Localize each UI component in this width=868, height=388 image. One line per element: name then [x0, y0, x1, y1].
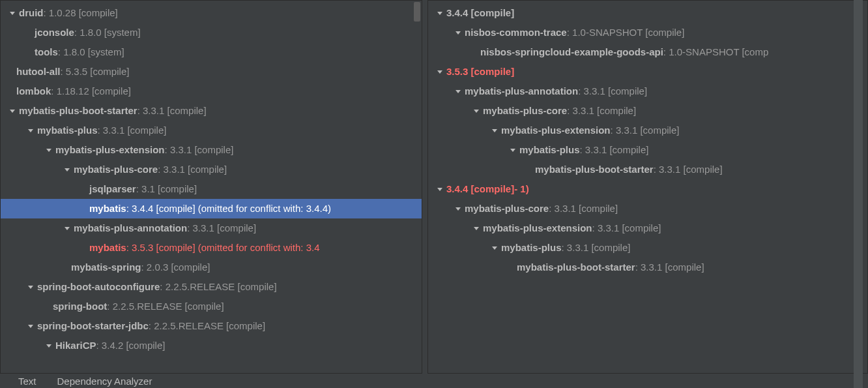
tree-row[interactable]: mybatis : 3.4.4 [compile] (omitted for c…	[1, 199, 422, 218]
tree-row[interactable]: mybatis-plus-boot-starter : 3.3.1 [compi…	[428, 258, 867, 277]
dependency-version: : 3.3.1 [compile]	[187, 218, 256, 238]
expand-arrow-icon[interactable]	[27, 283, 35, 291]
expand-arrow-icon[interactable]	[509, 146, 517, 154]
dependency-name: nisbos-common-trace	[465, 23, 567, 42]
dependency-name: mybatis-plus-core	[465, 199, 549, 218]
dependency-version: : 2.0.3 [compile]	[141, 258, 210, 277]
tree-row[interactable]: mybatis-plus-boot-starter : 3.3.1 [compi…	[428, 160, 867, 179]
dependency-name: jconsole	[35, 23, 74, 42]
dependency-version: : 1.8.0 [system]	[74, 23, 141, 42]
tree-row[interactable]: mybatis : 3.5.3 [compile] (omitted for c…	[1, 238, 422, 258]
expand-arrow-icon[interactable]	[472, 107, 480, 115]
expand-arrow-icon[interactable]	[27, 127, 35, 134]
tree-row[interactable]: mybatis-plus-core : 3.3.1 [compile]	[1, 160, 422, 179]
dependency-version: : 2.2.5.RELEASE [compile]	[160, 277, 276, 297]
dependency-name: HikariCP	[55, 336, 96, 355]
tree-row[interactable]: mybatis-plus-annotation : 3.3.1 [compile…	[1, 218, 422, 238]
dependency-name: mybatis-plus-core	[483, 101, 567, 121]
dependency-version: : 3.4.2 [compile]	[96, 336, 166, 355]
tab-text[interactable]: Text	[18, 376, 36, 387]
expand-arrow-icon[interactable]	[8, 9, 16, 17]
expand-arrow-icon[interactable]	[63, 224, 71, 232]
dependency-suffix: - 1)	[514, 179, 529, 199]
expand-arrow-icon[interactable]	[436, 185, 444, 193]
tree-row[interactable]: nisbos-common-trace : 1.0-SNAPSHOT [comp…	[428, 23, 867, 42]
tree-row[interactable]: jsqlparser : 3.1 [compile]	[1, 179, 422, 199]
expand-arrow-icon[interactable]	[63, 166, 71, 173]
tree-row[interactable]: mybatis-plus-annotation : 3.3.1 [compile…	[428, 82, 867, 101]
tree-row[interactable]: mybatis-plus : 3.3.1 [compile]	[1, 121, 422, 140]
dependency-version: : 2.2.5.RELEASE [compile]	[107, 297, 224, 316]
dependency-version: : 3.3.1 [compile]	[158, 160, 227, 179]
tree-row[interactable]: spring-boot-starter-jdbc : 2.2.5.RELEASE…	[1, 316, 422, 336]
tab-dependency-analyzer[interactable]: Dependency Analyzer	[57, 376, 152, 387]
tree-row[interactable]: HikariCP : 3.4.2 [compile]	[1, 336, 422, 355]
dependency-name: spring-boot-autoconfigure	[37, 277, 160, 297]
tree-row[interactable]: mybatis-plus-extension : 3.3.1 [compile]	[428, 121, 867, 140]
tree-row[interactable]: nisbos-springcloud-example-goods-api : 1…	[428, 42, 867, 62]
tree-row[interactable]: mybatis-plus-core : 3.3.1 [compile]	[428, 101, 867, 121]
tree-row[interactable]: spring-boot-autoconfigure : 2.2.5.RELEAS…	[1, 277, 422, 297]
dependency-name: 3.4.4 [compile]	[446, 3, 514, 23]
dependency-name: druid	[19, 3, 44, 23]
dependency-name: mybatis-plus	[519, 140, 580, 160]
tree-row[interactable]: mybatis-plus-core : 3.3.1 [compile]	[428, 199, 867, 218]
tree-row[interactable]: jconsole : 1.8.0 [system]	[1, 23, 422, 42]
dependency-name: mybatis-plus-boot-starter	[19, 101, 137, 121]
dependency-name: mybatis-plus-extension	[501, 121, 611, 140]
expand-arrow-icon[interactable]	[436, 68, 444, 76]
tree-row[interactable]: mybatis-plus-extension : 3.3.1 [compile]	[428, 218, 867, 238]
dependency-name: mybatis-plus-annotation	[74, 218, 187, 238]
dependency-version: : 3.3.1 [compile]	[580, 140, 649, 160]
expand-arrow-icon[interactable]	[45, 146, 53, 154]
dependency-version: : 3.3.1 [compile]	[635, 258, 704, 277]
dependency-name: tools	[35, 42, 58, 62]
expand-arrow-icon[interactable]	[491, 244, 499, 252]
dependency-version: : 3.3.1 [compile]	[549, 199, 618, 218]
left-dependency-tree-panel[interactable]: druid : 1.0.28 [compile]jconsole : 1.8.0…	[0, 0, 422, 374]
dependency-version: : 1.0-SNAPSHOT [comp	[663, 42, 768, 62]
tree-row[interactable]: hutool-all : 5.3.5 [compile]	[1, 62, 422, 82]
dependency-version: : 3.5.3 [compile] (omitted for conflict …	[126, 238, 320, 258]
dependency-name: jsqlparser	[89, 179, 136, 199]
dependency-name: mybatis-plus-boot-starter	[535, 160, 654, 179]
dependency-version: : 3.3.1 [compile]	[137, 101, 207, 121]
expand-arrow-icon[interactable]	[472, 224, 480, 232]
dependency-name: mybatis-spring	[71, 258, 141, 277]
tree-row[interactable]: lombok : 1.18.12 [compile]	[1, 82, 422, 101]
dependency-name: hutool-all	[16, 62, 61, 82]
expand-arrow-icon[interactable]	[454, 29, 462, 37]
expand-arrow-icon[interactable]	[491, 127, 499, 134]
dependency-version: : 3.3.1 [compile]	[165, 140, 234, 160]
expand-arrow-icon[interactable]	[454, 205, 462, 213]
dependency-version: : 1.0-SNAPSHOT [compile]	[567, 23, 685, 42]
dependency-name: lombok	[16, 82, 51, 101]
tree-row[interactable]: mybatis-plus : 3.3.1 [compile]	[428, 140, 867, 160]
right-dependency-tree-panel[interactable]: 3.4.4 [compile]nisbos-common-trace : 1.0…	[427, 0, 868, 374]
expand-arrow-icon[interactable]	[8, 107, 16, 115]
expand-arrow-icon[interactable]	[436, 9, 444, 17]
dependency-version: : 3.3.1 [compile]	[611, 121, 680, 140]
tree-row[interactable]: spring-boot : 2.2.5.RELEASE [compile]	[1, 297, 422, 316]
dependency-version: : 2.2.5.RELEASE [compile]	[149, 316, 265, 336]
expand-arrow-icon[interactable]	[45, 342, 53, 350]
dependency-name: nisbos-springcloud-example-goods-api	[480, 42, 663, 62]
expand-arrow-icon[interactable]	[27, 322, 35, 330]
footer-tabs: Text Dependency Analyzer	[0, 374, 868, 388]
dependency-name: spring-boot	[53, 297, 107, 316]
dependency-version: : 5.3.5 [compile]	[61, 62, 130, 82]
tree-row[interactable]: mybatis-plus-extension : 3.3.1 [compile]	[1, 140, 422, 160]
tree-row[interactable]: 3.4.4 [compile]	[428, 3, 867, 23]
expand-arrow-icon[interactable]	[454, 87, 462, 95]
tree-row[interactable]: mybatis-plus : 3.3.1 [compile]	[428, 238, 867, 258]
tree-row[interactable]: 3.4.4 [compile] - 1)	[428, 179, 867, 199]
tree-row[interactable]: tools : 1.8.0 [system]	[1, 42, 422, 62]
tree-row[interactable]: 3.5.3 [compile]	[428, 62, 867, 82]
scrollbar-thumb[interactable]	[414, 2, 420, 22]
dependency-name: 3.4.4 [compile]	[446, 179, 514, 199]
tree-row[interactable]: druid : 1.0.28 [compile]	[1, 3, 422, 23]
tree-row[interactable]: mybatis-plus-boot-starter : 3.3.1 [compi…	[1, 101, 422, 121]
dependency-version: : 3.4.4 [compile] (omitted for conflict …	[126, 199, 331, 218]
dependency-name: mybatis	[89, 199, 126, 218]
tree-row[interactable]: mybatis-spring : 2.0.3 [compile]	[1, 258, 422, 277]
